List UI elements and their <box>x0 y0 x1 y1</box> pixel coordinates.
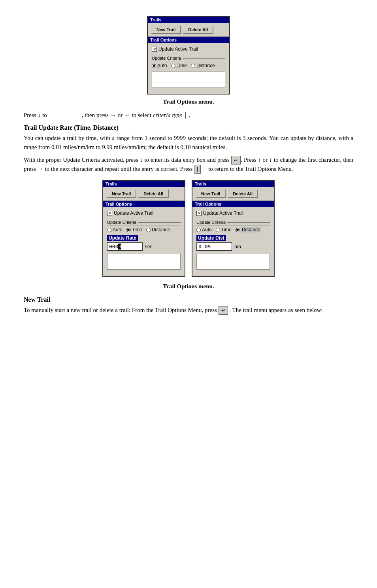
dist-update-criteria-label: Update Criteria <box>196 220 270 225</box>
dist-update-criteria-section: Update Criteria Auto Time Distance <box>196 220 270 233</box>
dist-empty-box <box>196 254 270 270</box>
top-update-active-trail-checkbox[interactable]: ✕ <box>152 47 157 52</box>
top-trails-dialog: Trails New Trail Delete All Trail Option… <box>147 16 230 95</box>
top-radio-time-circle <box>171 64 175 68</box>
time-trail-options-header: Trail Options <box>103 201 185 207</box>
dist-update-active-trail-checkbox[interactable]: ✕ <box>196 211 202 216</box>
top-radio-distance-circle <box>191 64 195 68</box>
dist-update-rate-section: Update Dist 0.09 nm <box>196 235 270 251</box>
time-empty-box <box>107 254 181 270</box>
caption-bottom: Trail Options menu. <box>24 283 353 290</box>
dist-update-active-trail-row: ✕ Update Active Trail <box>196 210 270 216</box>
p2-arrow-down: ↓ <box>140 156 143 163</box>
time-radio-row: Auto Time Distance <box>107 227 181 233</box>
top-radio-time-label: Time <box>177 63 187 68</box>
dist-trails-dialog: Trails New Trail Delete All Trail Option… <box>192 180 275 277</box>
p2-pipe-key: | <box>194 165 201 174</box>
top-trail-options-body: ✕ Update Active Trail Update Criteria Au… <box>148 43 229 94</box>
time-radio-auto-circle <box>107 228 111 232</box>
top-radio-auto-label: Auto <box>157 63 167 68</box>
top-radio-time[interactable]: Time <box>171 63 187 68</box>
dist-delete-all-button[interactable]: Delete All <box>227 189 258 198</box>
p2-arrow-up: ↑ <box>258 156 261 163</box>
section-heading: Trail Update Rate (Time, Distance) <box>24 124 353 131</box>
top-delete-all-button[interactable]: Delete All <box>183 25 213 34</box>
dist-radio-auto-circle <box>196 228 201 232</box>
new-trail-heading: New Trail <box>24 296 353 303</box>
top-radio-distance[interactable]: Distance <box>191 63 215 68</box>
dist-trail-options-header: Trail Options <box>192 201 274 207</box>
period: . <box>189 112 190 119</box>
time-radio-time-label: Time <box>132 227 142 233</box>
dist-radio-time[interactable]: Time <box>216 227 232 233</box>
enter-key: ↵ <box>231 156 241 164</box>
time-trails-dialog: Trails New Trail Delete All Trail Option… <box>102 180 185 277</box>
dist-unit-label: nm <box>234 244 241 250</box>
top-new-trail-button[interactable]: New Trail <box>151 25 181 34</box>
time-update-rate-label: Update Rate <box>107 235 138 241</box>
arrow-left-sym: ← <box>124 112 130 118</box>
top-dialog-title: Trails <box>148 17 229 23</box>
time-radio-time[interactable]: Time <box>126 227 142 233</box>
time-dialog-title: Trails <box>103 181 185 187</box>
dist-radio-row: Auto Time Distance <box>196 227 270 233</box>
or-text: or <box>118 112 123 119</box>
top-trail-options-header: Trail Options <box>148 37 229 43</box>
dist-new-trail-button[interactable]: New Trail <box>196 189 226 198</box>
dist-radio-distance-label: Distance <box>241 227 261 233</box>
dist-radio-time-label: Time <box>221 227 232 233</box>
time-update-rate-input[interactable]: 0003 <box>107 242 143 251</box>
dist-radio-auto-label: Auto <box>202 227 212 233</box>
time-update-criteria-label: Update Criteria <box>107 220 181 225</box>
time-update-active-trail-checkbox[interactable]: ✕ <box>107 211 112 216</box>
time-update-active-trail-label: Update Active Trail <box>114 210 153 216</box>
dist-trail-options-body: ✕ Update Active Trail Update Criteria Au… <box>192 207 274 276</box>
dist-radio-time-circle <box>216 228 220 232</box>
time-update-active-trail-row: ✕ Update Active Trail <box>107 210 181 216</box>
dist-dialog-title: Trails <box>192 181 274 187</box>
dist-radio-distance[interactable]: Distance <box>236 227 261 233</box>
top-update-criteria-section: Update Criteria Auto Time Distance <box>152 56 225 68</box>
criteria-type-italic: criteria type <box>153 112 182 119</box>
caption-top: Trail Options menu. <box>24 98 353 105</box>
time-update-criteria-section: Update Criteria Auto Time Distance <box>107 220 181 233</box>
time-radio-auto-label: Auto <box>113 227 123 233</box>
time-unit-label: sec <box>145 244 153 250</box>
time-radio-distance-label: Distance <box>152 227 170 233</box>
top-update-active-trail-row: ✕ Update Active Trail <box>152 46 225 52</box>
pipe-sym: | <box>184 112 187 119</box>
top-empty-box <box>152 72 225 87</box>
dialogs-row: Trails New Trail Delete All Trail Option… <box>24 180 353 277</box>
top-dialog-container: Trails New Trail Delete All Trail Option… <box>24 16 353 95</box>
time-radio-distance[interactable]: Distance <box>146 227 170 233</box>
paragraph1: You can update a trail by time, with a r… <box>24 134 353 151</box>
top-radio-row: Auto Time Distance <box>152 63 225 68</box>
press-text: Press <box>24 112 36 119</box>
top-radio-auto[interactable]: Auto <box>152 63 167 68</box>
then-press-text: , then press <box>82 112 109 119</box>
dist-update-rate-row: 0.09 nm <box>196 242 270 251</box>
time-update-rate-row: 0003 sec <box>107 242 181 251</box>
time-trail-options-body: ✕ Update Active Trail Update Criteria Au… <box>103 207 185 276</box>
time-update-rate-section: Update Rate 0003 sec <box>107 235 181 251</box>
top-radio-distance-label: Distance <box>196 63 215 68</box>
dist-update-active-trail-label: Update Active Trail <box>203 210 243 216</box>
p2-arrow-right: → <box>38 165 43 172</box>
new-trail-key: ↵ <box>219 306 228 315</box>
paragraph2: With the proper Update Criteria activate… <box>24 155 353 174</box>
time-dialog-buttons-row: New Trail Delete All <box>103 187 185 201</box>
time-cursor: 3 <box>118 244 121 250</box>
top-update-active-trail-label: Update Active Trail <box>158 46 198 52</box>
press-line-top: Press ↓ to , then press → or ← to select… <box>24 112 353 119</box>
time-new-trail-button[interactable]: New Trail <box>106 189 136 198</box>
top-update-criteria-label: Update Criteria <box>152 56 225 61</box>
dist-dialog-buttons-row: New Trail Delete All <box>192 187 274 201</box>
time-radio-auto[interactable]: Auto <box>107 227 123 233</box>
time-delete-all-button[interactable]: Delete All <box>138 189 169 198</box>
dist-update-rate-input[interactable]: 0.09 <box>196 242 232 251</box>
to-text: to <box>42 112 47 119</box>
p2-arrow-down2: ↓ <box>269 156 272 163</box>
time-radio-distance-circle <box>146 228 151 232</box>
dist-radio-auto[interactable]: Auto <box>196 227 212 233</box>
top-radio-auto-circle <box>152 64 156 68</box>
